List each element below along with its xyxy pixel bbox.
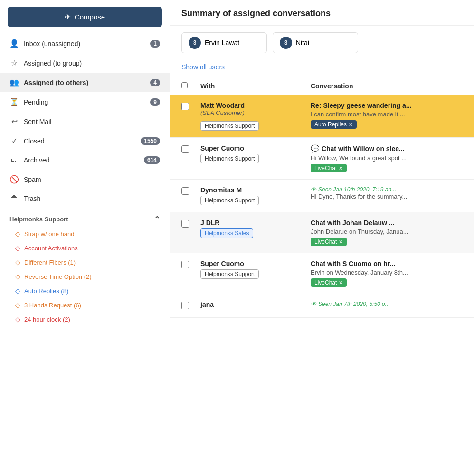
label-text-strap: Strap w/ one hand — [24, 230, 75, 238]
inbox-tag-row4[interactable]: Helpmonks Sales — [200, 228, 253, 238]
sidebar-item-closed[interactable]: ✓ Closed 1550 — [0, 131, 170, 151]
contact-name-row2: Super Cuomo — [200, 144, 305, 152]
inbox-tag-row5[interactable]: Helpmonks Support — [200, 269, 259, 279]
label-item-fibers[interactable]: ◇ Different Fibers (1) — [0, 255, 170, 269]
checkbox-row4[interactable] — [181, 220, 189, 228]
inbox-tag-row2[interactable]: Helpmonks Support — [200, 154, 259, 163]
sidebar-item-spam[interactable]: 🚫 Spam — [0, 170, 170, 189]
conv-row-row5[interactable]: Super Cuomo Helpmonks Support Chat with … — [170, 253, 474, 294]
conv-preview-row5: Ervin on Wednesday, January 8th... — [311, 269, 463, 276]
row-check-row2 — [181, 144, 195, 154]
conv-row-row2[interactable]: Super Cuomo Helpmonks Support 💬 Chat wit… — [170, 138, 474, 180]
fibers-dot-icon: ◇ — [15, 258, 20, 266]
table-header: With Conversation — [170, 77, 474, 95]
label-item-reverse[interactable]: ◇ Reverse Time Option (2) — [0, 269, 170, 284]
contact-type-row1: (SLA Customer) — [200, 109, 305, 116]
select-all-checkbox[interactable] — [181, 82, 188, 88]
conv-title-row1: Re: Sleepy geese wandering a... — [311, 102, 463, 109]
account-dot-icon: ◇ — [15, 244, 20, 252]
conv-with-row3: Dynomitas M Helpmonks Support — [200, 186, 305, 205]
assigned-others-icon: 👥 — [9, 78, 19, 87]
conv-row-row6[interactable]: jana 👁Seen Jan 7th 2020, 5:50 o... — [170, 294, 474, 318]
page-title: Summary of assigned conversations — [181, 9, 463, 19]
badge-pending: 9 — [150, 98, 160, 106]
conv-title-row4: Chat with Johan Delauw ... — [311, 219, 463, 227]
conv-content-row3: 👁Seen Jan 10th 2020, 7:19 an...Hi Dyno, … — [311, 186, 463, 202]
contact-name-row3: Dynomitas M — [200, 186, 305, 194]
contact-name-row5: Super Cuomo — [200, 260, 305, 267]
conv-with-row4: J DLR Helpmonks Sales — [200, 219, 305, 238]
agent-avatar-nitai: 3 — [280, 37, 292, 49]
sidebar-item-archived[interactable]: 🗂 Archived 614 — [0, 151, 170, 170]
conv-tag-row5: LiveChat ✕ — [311, 278, 347, 287]
sidebar-item-assigned-others[interactable]: 👥 Assigned (to others) 4 — [0, 73, 170, 92]
inbox-tag-row1[interactable]: Helpmonks Support — [200, 121, 259, 131]
collapse-icon[interactable]: ⌃ — [154, 215, 160, 224]
col-with-header: With — [200, 82, 305, 90]
contact-name-row4: J DLR — [200, 219, 305, 227]
checkbox-row1[interactable] — [181, 103, 189, 110]
seen-icon-row6: 👁 — [311, 301, 316, 307]
conv-content-row5: Chat with S Cuomo on hr...Ervin on Wedne… — [311, 260, 463, 287]
sent-icon: ↩ — [9, 117, 19, 126]
conv-title-row2: 💬 Chat with Willow on slee... — [311, 144, 463, 153]
conv-row-row3[interactable]: Dynomitas M Helpmonks Support 👁Seen Jan … — [170, 180, 474, 212]
conv-row-row1[interactable]: Matt Woodard (SLA Customer) Helpmonks Su… — [170, 95, 474, 138]
label-item-account[interactable]: ◇ Account Activations — [0, 241, 170, 255]
show-all-link[interactable]: Show all users — [170, 60, 474, 77]
badge-closed: 1550 — [141, 137, 160, 145]
tag-close-row5[interactable]: ✕ — [339, 280, 343, 286]
nav-label-spam: Spam — [24, 176, 160, 183]
tag-close-row4[interactable]: ✕ — [339, 239, 343, 245]
sidebar-item-assigned-group[interactable]: ☆ Assigned (to group) — [0, 53, 170, 73]
nav-label-closed: Closed — [24, 137, 136, 145]
label-item-autoreplies[interactable]: ◇ Auto Replies (8) — [0, 284, 170, 298]
section-label-text: Helpmonks Support — [9, 216, 68, 223]
checkbox-row5[interactable] — [181, 261, 189, 268]
sidebar-item-inbox[interactable]: 👤 Inbox (unassigned) 1 — [0, 34, 170, 53]
agent-name-nitai: Nitai — [296, 39, 309, 47]
label-text-3hands: 3 Hands Request (6) — [24, 302, 81, 309]
assigned-group-icon: ☆ — [9, 58, 19, 67]
checkbox-row3[interactable] — [181, 187, 189, 195]
compose-button[interactable]: ✈ Compose — [8, 7, 162, 27]
nav-label-inbox: Inbox (unassigned) — [24, 40, 145, 48]
conv-row-row4[interactable]: J DLR Helpmonks Sales Chat with Johan De… — [170, 212, 474, 253]
conv-seen-row6: 👁Seen Jan 7th 2020, 5:50 o... — [311, 301, 463, 307]
main-content: Summary of assigned conversations 3 Ervi… — [170, 0, 474, 476]
checkbox-row6[interactable] — [181, 302, 189, 309]
sidebar-item-pending[interactable]: ⏳ Pending 9 — [0, 92, 170, 112]
agent-avatar-ervin: 3 — [189, 37, 201, 49]
conv-content-row4: Chat with Johan Delauw ...John Delarue o… — [311, 219, 463, 246]
tag-close-row1[interactable]: ✕ — [349, 122, 353, 128]
main-header: Summary of assigned conversations — [170, 0, 474, 26]
label-text-24hour: 24 hour clock (2) — [24, 316, 70, 323]
label-item-strap[interactable]: ◇ Strap w/ one hand — [0, 227, 170, 241]
label-item-3hands[interactable]: ◇ 3 Hands Request (6) — [0, 298, 170, 312]
label-text-reverse: Reverse Time Option (2) — [24, 273, 92, 280]
nav-label-assigned-group: Assigned (to group) — [24, 59, 160, 67]
badge-archived: 614 — [144, 156, 160, 164]
conv-with-row5: Super Cuomo Helpmonks Support — [200, 260, 305, 279]
sidebar-item-sent[interactable]: ↩ Sent Mail — [0, 112, 170, 131]
agent-name-ervin: Ervin Lawat — [205, 39, 239, 47]
agent-chip-nitai[interactable]: 3 Nitai — [273, 32, 358, 53]
conv-with-row2: Super Cuomo Helpmonks Support — [200, 144, 305, 163]
sidebar-item-trash[interactable]: 🗑 Trash — [0, 189, 170, 208]
nav-label-trash: Trash — [24, 195, 160, 202]
contact-name-row6: jana — [200, 301, 305, 308]
strap-dot-icon: ◇ — [15, 230, 20, 238]
agent-chip-ervin[interactable]: 3 Ervin Lawat — [181, 32, 267, 53]
tag-close-row2[interactable]: ✕ — [339, 165, 343, 171]
label-item-24hour[interactable]: ◇ 24 hour clock (2) — [0, 312, 170, 326]
inbox-tag-row3[interactable]: Helpmonks Support — [200, 196, 259, 205]
row-check-row4 — [181, 219, 195, 229]
nav-label-archived: Archived — [24, 156, 139, 164]
label-text-account: Account Activations — [24, 245, 78, 252]
nav-list: 👤 Inbox (unassigned) 1 ☆ Assigned (to gr… — [0, 34, 170, 208]
checkbox-row2[interactable] — [181, 145, 189, 153]
seen-icon-row3: 👁 — [311, 186, 316, 193]
pending-icon: ⏳ — [9, 97, 19, 106]
archived-icon: 🗂 — [9, 156, 19, 164]
conv-title-row5: Chat with S Cuomo on hr... — [311, 260, 463, 267]
